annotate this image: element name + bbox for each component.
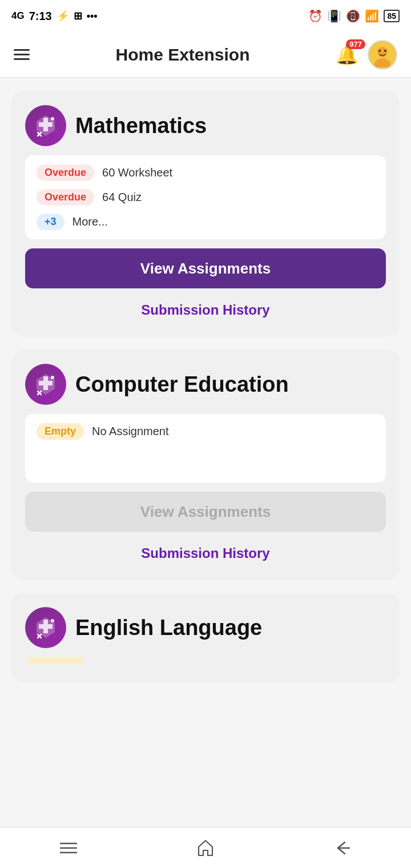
page-title: Home Extension <box>115 45 249 65</box>
avatar[interactable] <box>368 40 397 70</box>
assignment-row: Empty No Assignment <box>37 423 374 440</box>
signal-icon: 4G <box>11 10 25 22</box>
subject-card-english-language: English Language <box>11 593 400 682</box>
svg-point-5 <box>51 117 54 120</box>
content-area: Mathematics Overdue 60 Worksheet Overdue… <box>0 78 411 696</box>
svg-point-3 <box>378 50 381 52</box>
svg-point-7 <box>51 619 54 622</box>
bottom-nav <box>0 827 411 868</box>
assignment-row: Overdue 60 Worksheet <box>37 164 374 181</box>
bottom-nav-menu[interactable] <box>46 834 91 862</box>
tag-overdue-2: Overdue <box>37 189 94 206</box>
bottom-nav-home[interactable] <box>183 834 228 862</box>
more-count-badge: +3 <box>37 214 65 230</box>
assignment-label-empty: No Assignment <box>92 425 169 438</box>
subject-header-computer-education: Computer Education <box>25 364 386 405</box>
notification-badge: 977 <box>346 39 365 49</box>
view-assignments-button-computer-education: View Assignments <box>25 492 386 532</box>
subject-name-mathematics: Mathematics <box>75 114 207 138</box>
top-nav: Home Extension 🔔 977 <box>0 32 411 78</box>
more-row: +3 More... <box>37 214 374 230</box>
battery-icon: 85 <box>384 11 400 21</box>
usb-icon: ⚡ <box>57 10 69 22</box>
submission-history-button-computer-education[interactable]: Submission History <box>25 541 386 566</box>
assignment-list-mathematics: Overdue 60 Worksheet Overdue 64 Quiz +3 … <box>25 155 386 239</box>
assignment-label-2: 64 Quiz <box>102 191 142 204</box>
assignment-list-computer-education: Empty No Assignment <box>25 414 386 483</box>
subject-header-english-language: English Language <box>25 607 386 648</box>
subject-icon-computer-education <box>25 364 66 405</box>
status-right: ⏰ 📳 📵 📶 85 <box>308 9 400 23</box>
assignment-row: Overdue 64 Quiz <box>37 189 374 206</box>
partial-tag-indicator <box>27 657 84 664</box>
wifi-icon: 📶 <box>365 9 379 23</box>
subject-icon-mathematics <box>25 105 66 146</box>
svg-point-4 <box>384 50 386 52</box>
tag-empty: Empty <box>37 423 84 440</box>
subject-icon-english-language <box>25 607 66 648</box>
tag-overdue-1: Overdue <box>37 164 94 181</box>
alarm-icon: ⏰ <box>308 9 323 23</box>
call-icon: 📵 <box>346 9 360 23</box>
subject-name-english-language: English Language <box>75 616 262 640</box>
view-assignments-button-mathematics[interactable]: View Assignments <box>25 248 386 288</box>
time-display: 7:13 <box>29 10 52 23</box>
more-label: More... <box>72 215 108 228</box>
subject-header-mathematics: Mathematics <box>25 105 386 146</box>
subject-card-computer-education: Computer Education Empty No Assignment V… <box>11 350 400 580</box>
subject-name-computer-education: Computer Education <box>75 372 289 397</box>
status-bar: 4G 7:13 ⚡ ⊞ ••• ⏰ 📳 📵 📶 85 <box>0 0 411 32</box>
app-icon: ⊞ <box>74 10 82 22</box>
submission-history-button-mathematics[interactable]: Submission History <box>25 298 386 323</box>
notification-bell[interactable]: 🔔 977 <box>336 44 358 66</box>
hamburger-menu[interactable] <box>14 49 30 60</box>
nav-right: 🔔 977 <box>336 40 397 70</box>
status-left: 4G 7:13 ⚡ ⊞ ••• <box>11 10 98 23</box>
vibrate-icon: 📳 <box>327 9 341 23</box>
assignment-label-1: 60 Worksheet <box>102 166 172 179</box>
more-icon: ••• <box>87 10 98 22</box>
bottom-nav-back[interactable] <box>320 834 365 862</box>
subject-card-mathematics: Mathematics Overdue 60 Worksheet Overdue… <box>11 91 400 336</box>
svg-point-6 <box>51 376 54 379</box>
